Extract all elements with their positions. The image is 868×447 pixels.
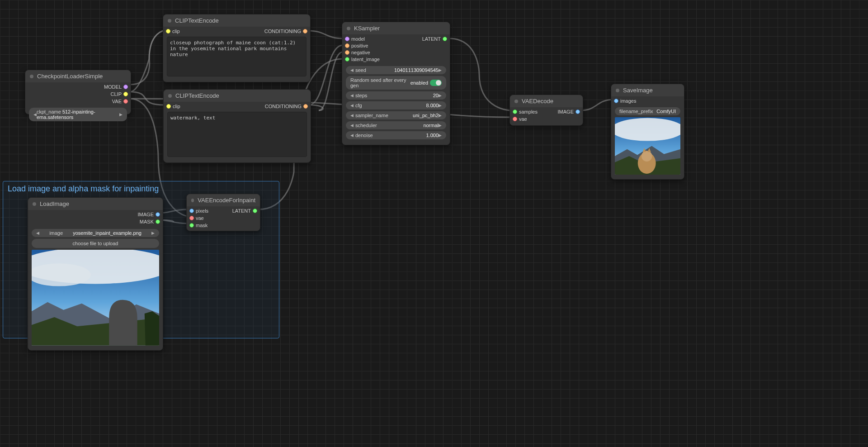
node-title: LoadImage	[40, 200, 69, 207]
svg-marker-13	[145, 311, 159, 346]
node-header[interactable]: VAEEncodeForInpaint	[187, 194, 260, 206]
steps-widget[interactable]: ◀steps20▶	[346, 91, 446, 100]
chevron-left-icon[interactable]: ◀	[33, 112, 37, 117]
node-saveimage[interactable]: SaveImage images filename_prefixComfyUI	[611, 84, 684, 180]
node-vaedecode[interactable]: VAEDecode samples vae IMAGE	[509, 95, 583, 126]
svg-point-1	[615, 118, 680, 141]
sampler-widget[interactable]: ◀sampler_nameuni_pc_bh2▶	[346, 111, 446, 119]
port-label: IMAGE	[138, 212, 154, 217]
node-header[interactable]: CLIPTextEncode	[163, 14, 310, 27]
port-label: vae	[519, 116, 527, 122]
port-label: model	[351, 36, 365, 42]
node-canvas[interactable]: Load image and alpha mask for inpainting…	[0, 0, 868, 447]
node-header[interactable]: SaveImage	[611, 84, 684, 96]
collapse-icon[interactable]	[616, 89, 619, 92]
node-header[interactable]: CheckpointLoaderSimple	[25, 70, 131, 82]
port-label: samples	[519, 109, 538, 114]
node-title: CLIPTextEncode	[175, 92, 219, 99]
collapse-icon[interactable]	[347, 27, 350, 30]
port-label: images	[620, 98, 636, 104]
node-clip-positive[interactable]: CLIPTextEncode clip CONDITIONING closeup…	[163, 14, 311, 82]
cfg-widget[interactable]: ◀cfg8.000▶	[346, 101, 446, 109]
node-title: CheckpointLoaderSimple	[37, 73, 103, 80]
port-label: pixels	[196, 208, 208, 214]
node-checkpoint-loader[interactable]: CheckpointLoaderSimple MODEL CLIP VAE ◀ …	[25, 70, 131, 114]
chevron-right-icon[interactable]: ▶	[119, 112, 123, 117]
toggle-icon[interactable]	[430, 80, 442, 86]
port-label: MASK	[140, 219, 154, 224]
port-label: CONDITIONING	[265, 104, 302, 109]
node-header[interactable]: CLIPTextEncode	[164, 90, 311, 102]
node-ksampler[interactable]: KSampler model positive negative latent_…	[342, 22, 450, 145]
port-label: LATENT	[232, 208, 251, 214]
node-title: KSampler	[354, 25, 380, 32]
port-label: VAE	[112, 99, 122, 104]
collapse-icon[interactable]	[514, 100, 518, 103]
port-label: mask	[196, 223, 208, 228]
port-label: CONDITIONING	[264, 29, 301, 34]
node-header[interactable]: LoadImage	[28, 198, 163, 210]
node-title: SaveImage	[623, 87, 653, 94]
collapse-icon[interactable]	[168, 19, 171, 23]
denoise-widget[interactable]: ◀denoise1.000▶	[346, 131, 446, 139]
collapse-icon[interactable]	[191, 199, 194, 202]
node-vaeencode-inpaint[interactable]: VAEEncodeForInpaint pixels vae mask LATE…	[186, 194, 260, 231]
choose-file-button[interactable]: choose file to upload	[32, 239, 159, 248]
port-label: negative	[351, 50, 370, 55]
collapse-icon[interactable]	[33, 202, 36, 206]
port-label: clip	[173, 104, 180, 109]
node-clip-negative[interactable]: CLIPTextEncode clip CONDITIONING waterma…	[163, 89, 311, 163]
input-image-preview[interactable]	[32, 250, 159, 346]
filename-widget[interactable]: filename_prefixComfyUI	[615, 107, 680, 115]
node-loadimage[interactable]: LoadImage IMAGE MASK ◀imageyosemite_inpa…	[28, 197, 163, 351]
node-title: VAEEncodeForInpaint	[198, 197, 255, 204]
prompt-textarea[interactable]: watermark, text	[167, 112, 307, 157]
port-label: CLIP	[111, 91, 122, 97]
node-header[interactable]: KSampler	[342, 22, 450, 34]
port-label: LATENT	[422, 36, 441, 42]
scheduler-widget[interactable]: ◀schedulernormal▶	[346, 121, 446, 129]
prompt-textarea[interactable]: closeup photograph of maine coon (cat:1.…	[167, 37, 307, 76]
image-file-widget[interactable]: ◀imageyosemite_inpaint_example.png▶	[32, 229, 159, 237]
node-title: CLIPTextEncode	[175, 17, 219, 24]
port-label: clip	[172, 29, 180, 34]
node-header[interactable]: VAEDecode	[510, 95, 583, 107]
port-label: MODEL	[104, 84, 122, 90]
ckpt-name-widget[interactable]: ◀ ckpt_name 512-inpainting-ema.safetenso…	[29, 108, 127, 121]
svg-point-5	[642, 151, 652, 162]
collapse-icon[interactable]	[168, 94, 172, 98]
node-title: VAEDecode	[522, 98, 553, 105]
collapse-icon[interactable]	[30, 75, 33, 78]
random-seed-widget[interactable]: Random seed after every genenabled	[346, 76, 446, 90]
port-label: vae	[196, 215, 204, 221]
port-label: positive	[351, 43, 368, 48]
port-label: IMAGE	[558, 109, 574, 114]
output-image-preview[interactable]	[615, 117, 680, 175]
seed-widget[interactable]: ◀seed1040111309094545▶	[346, 66, 446, 74]
port-label: latent_image	[351, 57, 380, 62]
